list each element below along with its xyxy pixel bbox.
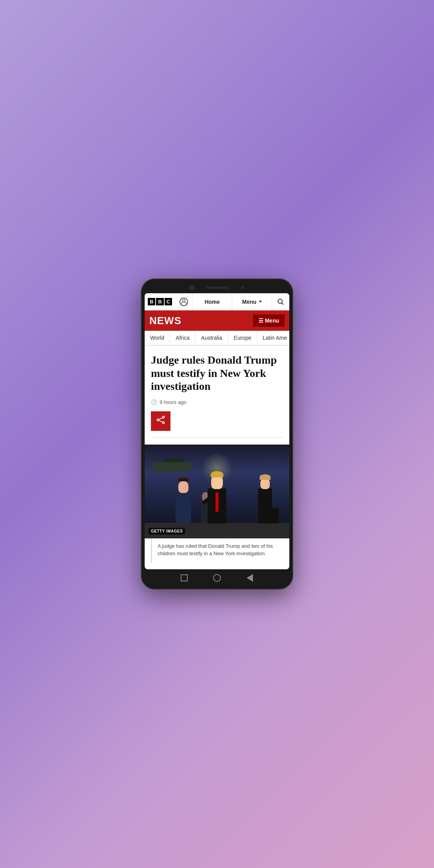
article-image-container: GETTY IMAGES <box>145 445 289 538</box>
account-icon <box>179 298 188 306</box>
article-caption: A judge has ruled that Donald Trump and … <box>151 538 283 563</box>
bbc-logo[interactable]: B B C <box>145 298 175 305</box>
ivanka-head <box>260 478 270 489</box>
home-icon <box>213 574 221 582</box>
front-camera <box>190 285 194 290</box>
search-button[interactable] <box>272 293 289 310</box>
svg-point-5 <box>163 422 165 424</box>
article-meta: 🕐 9 hours ago <box>151 399 283 405</box>
bbc-topnav: B B C Home Menu <box>145 293 289 310</box>
trump-head <box>211 475 223 489</box>
category-europe[interactable]: Europe <box>228 331 257 345</box>
donjr-head <box>178 481 188 493</box>
ivanka-coat <box>258 488 272 524</box>
news-title: NEWS <box>149 315 181 327</box>
category-world[interactable]: World <box>145 331 170 345</box>
share-icon <box>156 416 165 426</box>
donjr-hair <box>178 477 189 481</box>
home-label: Home <box>204 299 220 305</box>
share-svg-icon <box>156 416 165 424</box>
phone-speaker <box>206 287 230 289</box>
category-africa[interactable]: Africa <box>170 331 195 345</box>
svg-point-4 <box>157 419 159 421</box>
share-button[interactable] <box>151 411 170 431</box>
clock-icon: 🕐 <box>151 399 157 405</box>
aircraft-body <box>152 462 191 472</box>
search-icon <box>277 298 284 305</box>
person-trump <box>205 473 229 524</box>
svg-line-2 <box>282 303 284 305</box>
news-menu-button[interactable]: ☰ Menu <box>253 314 285 327</box>
ivanka-bag <box>272 508 279 524</box>
android-recents-button[interactable] <box>179 573 189 583</box>
account-button[interactable] <box>175 293 192 310</box>
article-image: GETTY IMAGES <box>145 445 289 538</box>
phone-bottom-bar <box>145 569 289 585</box>
category-australia[interactable]: Australia <box>195 331 228 345</box>
donjr-suit <box>176 492 191 524</box>
article-title: Judge rules Donald Trump must testify in… <box>151 353 283 393</box>
bbc-news-header: NEWS ☰ Menu <box>145 310 289 331</box>
phone-top-sensors <box>145 285 289 290</box>
recents-icon <box>181 574 188 581</box>
android-home-button[interactable] <box>212 573 222 583</box>
category-nav[interactable]: World Africa Australia Europe Latin Ame <box>145 331 289 346</box>
phone-frame: B B C Home Menu <box>141 278 293 590</box>
phone-screen: B B C Home Menu <box>145 293 289 569</box>
article-content: Judge rules Donald Trump must testify in… <box>145 346 289 445</box>
bbc-block-c: C <box>165 298 172 305</box>
article-divider <box>151 437 283 438</box>
svg-point-3 <box>163 416 165 418</box>
trump-hair <box>211 471 223 477</box>
svg-point-1 <box>278 299 282 303</box>
home-button[interactable]: Home <box>192 293 232 310</box>
menu-button[interactable]: Menu <box>232 293 272 310</box>
bbc-block-b1: B <box>148 298 155 305</box>
aircraft-bg <box>152 456 199 476</box>
svg-line-7 <box>159 420 162 422</box>
chevron-down-icon <box>259 301 262 303</box>
person-ivanka <box>255 477 275 524</box>
trump-tie <box>215 492 219 512</box>
article-timestamp: 9 hours ago <box>160 399 187 405</box>
person-donjr <box>174 479 193 524</box>
android-back-button[interactable] <box>245 573 255 583</box>
bbc-block-b2: B <box>156 298 163 305</box>
ivanka-hair <box>260 474 271 480</box>
user-icon <box>181 299 187 305</box>
image-credit: GETTY IMAGES <box>149 528 185 534</box>
menu-label: Menu <box>242 299 256 305</box>
svg-line-6 <box>159 418 162 420</box>
phone-sensor <box>241 286 244 289</box>
category-latin-ame[interactable]: Latin Ame <box>257 331 289 345</box>
back-icon <box>247 574 253 582</box>
